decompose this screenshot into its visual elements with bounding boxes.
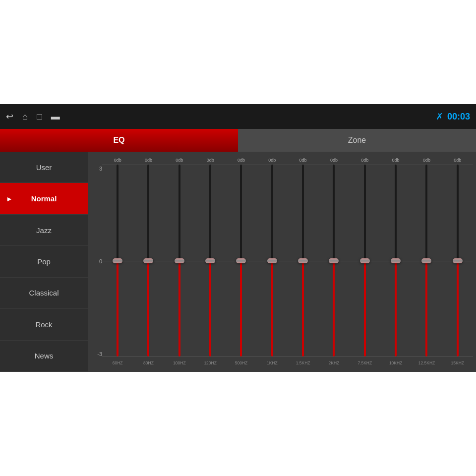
- device-frame: ↩ ⌂ □ ▬ ✗ 00:03 EQ Zone User ► Normal: [0, 104, 476, 372]
- db-value-2: 0db: [164, 156, 195, 165]
- play-arrow-icon: ►: [6, 195, 13, 203]
- slider-track-3[interactable]: [209, 165, 211, 357]
- slider-thumb-11[interactable]: [453, 258, 463, 263]
- sidebar-item-news[interactable]: News: [0, 341, 88, 372]
- slider-track-6[interactable]: [302, 165, 304, 357]
- db-value-1: 0db: [133, 156, 164, 165]
- slider-track-2[interactable]: [178, 165, 180, 357]
- slider-thumb-6[interactable]: [298, 258, 308, 263]
- db-value-4: 0db: [226, 156, 256, 165]
- top-bar: ↩ ⌂ □ ▬ ✗ 00:03: [0, 104, 476, 129]
- bluetooth-icon: ✗: [436, 111, 443, 122]
- slider-col-0[interactable]: [102, 165, 133, 357]
- db-value-6: 0db: [288, 156, 318, 165]
- slider-thumb-4[interactable]: [236, 258, 246, 263]
- freq-label-2: 100HZ: [164, 358, 195, 368]
- db-label-bot: -3: [97, 351, 102, 357]
- slider-thumb-7[interactable]: [329, 258, 339, 263]
- slider-track-8[interactable]: [364, 165, 366, 357]
- freq-label-1: 80HZ: [133, 358, 164, 368]
- slider-col-5[interactable]: [257, 165, 288, 357]
- slider-col-6[interactable]: [288, 165, 318, 357]
- slider-track-5[interactable]: [271, 165, 273, 357]
- slider-track-1[interactable]: [147, 165, 149, 357]
- sidebar: User ► Normal Jazz Pop Classical Rock Ne…: [0, 152, 88, 372]
- freq-label-8: 7.5KHZ: [350, 358, 380, 368]
- slider-col-9[interactable]: [380, 165, 411, 357]
- db-value-11: 0db: [442, 156, 473, 165]
- slider-col-2[interactable]: [164, 165, 195, 357]
- slider-thumb-2[interactable]: [175, 258, 184, 263]
- slider-thumb-0[interactable]: [113, 258, 122, 263]
- slider-track-10[interactable]: [425, 165, 427, 357]
- sidebar-label-normal: Normal: [31, 194, 57, 203]
- sidebar-item-jazz[interactable]: Jazz: [0, 215, 88, 246]
- tab-zone[interactable]: Zone: [238, 129, 476, 152]
- db-value-10: 0db: [411, 156, 442, 165]
- slider-col-11[interactable]: [442, 165, 473, 357]
- slider-track-11[interactable]: [457, 165, 459, 357]
- slider-col-10[interactable]: [411, 165, 442, 357]
- main-content: User ► Normal Jazz Pop Classical Rock Ne…: [0, 152, 476, 372]
- slider-thumb-10[interactable]: [421, 258, 431, 263]
- sidebar-item-rock[interactable]: Rock: [0, 309, 88, 340]
- slider-thumb-1[interactable]: [143, 258, 153, 263]
- slider-col-3[interactable]: [195, 165, 226, 357]
- freq-label-7: 2KHZ: [318, 358, 349, 368]
- freq-label-4: 500HZ: [226, 358, 256, 368]
- sidebar-item-classical[interactable]: Classical: [0, 278, 88, 309]
- freq-label-0: 60HZ: [102, 358, 133, 368]
- slider-col-7[interactable]: [318, 165, 349, 357]
- sidebar-item-normal[interactable]: ► Normal: [0, 183, 88, 214]
- sidebar-item-user[interactable]: User: [0, 152, 88, 183]
- sidebar-label-rock: Rock: [35, 320, 52, 329]
- freq-label-6: 1.5KHZ: [288, 358, 318, 368]
- db-value-5: 0db: [257, 156, 288, 165]
- slider-track-9[interactable]: [395, 165, 397, 357]
- db-value-8: 0db: [350, 156, 380, 165]
- slider-col-1[interactable]: [133, 165, 164, 357]
- freq-label-10: 12.5KHZ: [411, 358, 442, 368]
- sidebar-item-pop[interactable]: Pop: [0, 246, 88, 277]
- slider-col-4[interactable]: [226, 165, 256, 357]
- slider-col-8[interactable]: [350, 165, 380, 357]
- db-value-7: 0db: [318, 156, 349, 165]
- db-value-3: 0db: [195, 156, 226, 165]
- sidebar-label-pop: Pop: [37, 257, 51, 266]
- tab-eq[interactable]: EQ: [0, 129, 238, 152]
- home-icon[interactable]: ⌂: [22, 112, 28, 122]
- sidebar-label-classical: Classical: [29, 289, 59, 297]
- window-icon[interactable]: □: [37, 112, 42, 122]
- db-value-9: 0db: [380, 156, 411, 165]
- eq-area: 30-30db0db0db0db0db0db0db0db0db0db0db0db…: [88, 152, 476, 372]
- slider-track-0[interactable]: [117, 165, 119, 357]
- slider-thumb-9[interactable]: [391, 258, 401, 263]
- slider-thumb-3[interactable]: [205, 258, 215, 263]
- db-value-0: 0db: [102, 156, 133, 165]
- slider-thumb-8[interactable]: [360, 258, 370, 263]
- sidebar-label-jazz: Jazz: [36, 226, 52, 235]
- time-display: 00:03: [447, 112, 470, 122]
- image-icon[interactable]: ▬: [51, 112, 60, 122]
- back-icon[interactable]: ↩: [6, 111, 13, 122]
- freq-label-9: 10KHZ: [380, 358, 411, 368]
- slider-thumb-5[interactable]: [267, 258, 277, 263]
- sidebar-label-news: News: [35, 352, 54, 360]
- tab-bar: EQ Zone: [0, 129, 476, 152]
- freq-label-5: 1KHZ: [257, 358, 288, 368]
- slider-track-7[interactable]: [333, 165, 335, 357]
- freq-label-3: 120HZ: [195, 358, 226, 368]
- freq-label-11: 15KHZ: [442, 358, 473, 368]
- slider-track-4[interactable]: [240, 165, 242, 357]
- sidebar-label-user: User: [36, 163, 52, 172]
